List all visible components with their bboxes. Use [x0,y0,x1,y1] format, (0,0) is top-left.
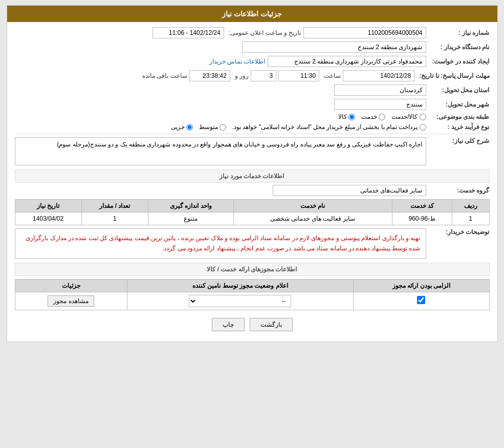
deadline-label: مهلت ارسال پاسخ: تا تاریخ: [417,72,489,79]
category-label-kala-khedmat: کالا/خدمت [391,113,418,120]
cell-date: 1403/04/02 [15,212,81,225]
services-table: ردیف کد خدمت نام خدمت واحد اندازه گیری ت… [15,199,490,225]
city-input[interactable] [334,99,426,110]
cell-service-code: ط-96-960 [392,212,452,225]
buyer-org-label: نام دستگاه خریدار : [428,44,490,51]
need-desc-label: شرح کلی نیاز: [428,137,490,144]
deadline-row: مهلت ارسال پاسخ: تا تاریخ: ساعت روز و سا… [15,70,490,81]
permits-table: الزامی بودن ارائه مجوز اعلام وضعیت مجوز … [15,279,490,310]
col-header-required: الزامی بودن ارائه مجوز [354,279,489,292]
process-option-note: پرداخت تمام یا بخشی از مبلغ خریدار محل "… [232,123,426,131]
deadline-time-input[interactable] [278,70,319,81]
col-header-service-code: کد خدمت [392,200,452,212]
cell-service-name: سایر فعالیت های خدماتی شخصی [233,212,392,225]
col-header-quantity: تعداد / مقدار [81,200,148,212]
process-label-medium: متوسط [199,123,218,131]
cell-permit-details: مشاهده مجوز [15,292,127,310]
deadline-time-label: ساعت [321,72,341,79]
view-permit-button[interactable]: مشاهده مجوز [48,295,94,307]
category-radio-kala[interactable] [348,114,355,120]
service-group-input[interactable] [273,185,426,196]
col-header-status: اعلام وضعیت مجوز توسط نامین کننده [127,279,354,292]
buyer-notes-label: توضیحات خریدار: [428,228,490,236]
buyer-org-row: نام دستگاه خریدار : [15,41,490,53]
announcement-input[interactable] [152,27,224,38]
category-option-khedmat: خدمت [361,113,385,120]
category-radio-kala-khedmat[interactable] [420,114,426,120]
services-section-title: اطلاعات خدمات مورد نیاز [15,169,490,183]
need-number-row: شماره نیاز : تاریخ و ساعت اعلان عمومی: [15,27,490,38]
creator-input[interactable] [268,56,426,67]
cell-quantity: 1 [81,212,148,225]
page-container: جزئیات اطلاعات نیاز شماره نیاز : تاریخ و… [7,5,498,342]
category-label: طبقه بندی موضوعی: [428,113,490,120]
permit-status-select[interactable]: -- [189,295,291,307]
need-desc-row: شرح کلی نیاز: اجاره اکیپ حفاظت فیزیکی و … [15,137,490,165]
col-header-date: تاریخ نیاز [15,200,81,212]
table-row: 1 ط-96-960 سایر فعالیت های خدماتی شخصی م… [15,212,489,225]
process-note-text: پرداخت تمام یا بخشی از مبلغ خریدار محل "… [232,123,418,131]
bottom-buttons: بازگشت چاپ [15,318,490,331]
content-area: شماره نیاز : تاریخ و ساعت اعلان عمومی: ن… [7,22,497,342]
page-header: جزئیات اطلاعات نیاز [7,6,497,22]
process-row: نوع فرآیند خرید : پرداخت تمام یا بخشی از… [15,123,490,131]
category-radio-khedmat[interactable] [379,114,385,120]
deadline-remaining-label: ساعت باقی مانده [140,72,187,79]
col-header-details: جزئیات [15,279,127,292]
deadline-days-label: روز و [232,72,249,79]
city-label: شهر محل تحویل: [428,101,490,108]
need-number-label: شماره نیاز : [428,29,490,36]
cell-permit-required [354,292,489,310]
cell-row-num: 1 [452,212,489,225]
deadline-date-input[interactable] [343,70,414,81]
process-option-medium: متوسط [199,123,226,131]
print-button[interactable]: چاپ [212,318,245,331]
province-row: استان محل تحویل: [15,84,490,96]
process-radio-partial[interactable] [186,124,193,131]
category-option-kala: کالا [338,113,355,120]
buyer-notes-row: توضیحات خریدار: تهیه و بارگذاری استعلام … [15,228,490,259]
province-input[interactable] [334,84,426,96]
back-button[interactable]: بازگشت [250,318,293,331]
process-radio-medium[interactable] [220,124,226,131]
announcement-label: تاریخ و ساعت اعلان عمومی: [226,29,301,36]
col-header-row-num: ردیف [452,200,489,212]
cell-unit: متنوع [148,212,233,225]
creator-row: ایجاد کننده در خواست: اطلاعات تماس خریدا… [15,56,490,67]
buyer-notes-box: تهیه و بارگذاری استعلام پیوستی و مجوزهای… [15,228,426,259]
category-label-khedmat: خدمت [361,113,377,120]
process-radio-group: پرداخت تمام یا بخشی از مبلغ خریدار محل "… [171,123,426,131]
contact-link[interactable]: اطلاعات تماس خریدار [209,58,266,65]
need-number-input[interactable] [303,27,426,38]
permit-row: -- مشاهده مجوز [15,292,489,310]
province-label: استان محل تحویل: [428,87,490,94]
buyer-org-input[interactable] [242,41,426,53]
city-row: شهر محل تحویل: [15,99,490,110]
service-group-row: گروه خدمت: [15,185,490,196]
category-label-kala: کالا [338,113,347,120]
col-header-unit: واحد اندازه گیری [148,200,233,212]
process-radio-note[interactable] [420,124,426,131]
permits-section-title: اطلاعات مجوزهای ارائه خدمت / کالا [15,263,490,276]
service-group-label: گروه خدمت: [428,187,490,194]
category-row: طبقه بندی موضوعی: کالا/خدمت خدمت کالا [15,113,490,120]
cell-permit-status: -- [127,292,354,310]
category-option-kala-khedmat: کالا/خدمت [391,113,426,120]
need-desc-textarea[interactable]: اجاره اکیپ حفاظت فیزیکی و رفع سد معبر پی… [15,137,426,165]
deadline-seconds-input[interactable] [189,70,230,81]
process-option-partial: جزیی [171,123,193,131]
process-label-partial: جزیی [171,123,185,131]
col-header-service-name: نام خدمت [233,200,392,212]
deadline-days-input[interactable] [251,70,276,81]
page-title: جزئیات اطلاعات نیاز [222,10,282,18]
category-radio-group: کالا/خدمت خدمت کالا [338,113,426,120]
creator-label: ایجاد کننده در خواست: [428,58,490,65]
permit-required-checkbox[interactable] [417,296,425,304]
process-label: نوع فرآیند خرید : [428,123,490,131]
